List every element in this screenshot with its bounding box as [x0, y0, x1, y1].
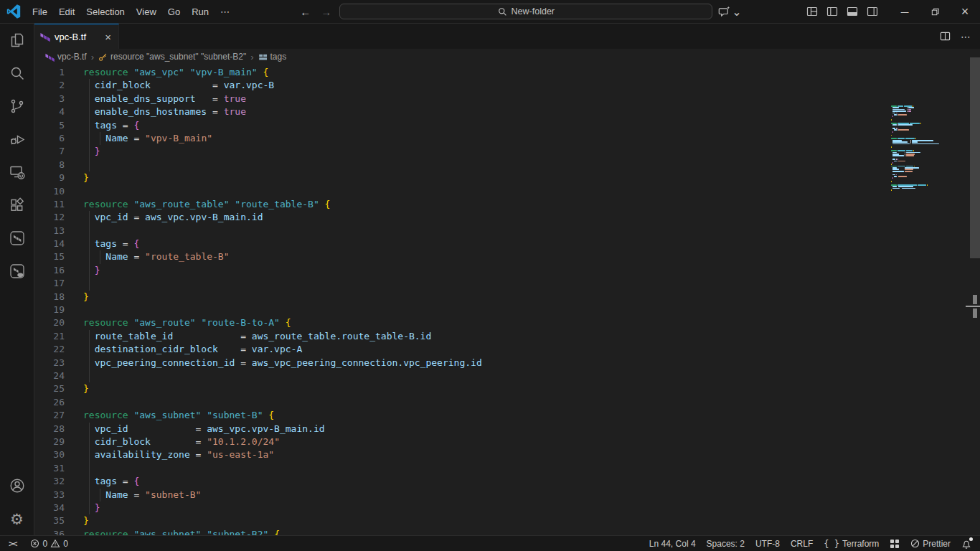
- code-line[interactable]: 17: [34, 277, 980, 290]
- notifications-bell-icon[interactable]: [961, 539, 971, 549]
- command-center-search[interactable]: New-folder: [339, 4, 712, 19]
- editor-actions-more-icon[interactable]: ⋯: [961, 31, 971, 42]
- code-line[interactable]: 32 tags = {: [34, 475, 980, 488]
- accounts-icon[interactable]: [0, 469, 34, 502]
- code-line[interactable]: 21 route_table_id = aws_route_table.rout…: [34, 330, 980, 343]
- menu-run[interactable]: Run: [186, 4, 215, 20]
- status-language[interactable]: { } Terraform: [824, 539, 879, 549]
- indent-guide: [89, 211, 90, 224]
- command-center-text: New-folder: [512, 6, 555, 17]
- code-line[interactable]: 33 Name = "subnet-B": [34, 489, 980, 501]
- run-debug-icon[interactable]: [0, 123, 34, 156]
- code-line[interactable]: 31: [34, 462, 980, 475]
- minimap[interactable]: [891, 105, 941, 192]
- code-line[interactable]: 27resource "aws_subnet" "subnet-B" {: [34, 409, 980, 422]
- code-line[interactable]: 2 cidr_block = var.vpc-B: [34, 79, 980, 92]
- code-line[interactable]: 15 Name = "route_table-B": [34, 250, 980, 263]
- menu-more-icon[interactable]: ⋯: [215, 4, 236, 20]
- toggle-sidebar-left-icon[interactable]: [826, 6, 838, 17]
- terraform-cloud-icon[interactable]: [0, 255, 34, 288]
- menu-file[interactable]: File: [27, 4, 53, 20]
- code-line[interactable]: 4 enable_dns_hostnames = true: [34, 105, 980, 118]
- restore-button[interactable]: [920, 0, 950, 23]
- minimize-button[interactable]: ─: [890, 0, 920, 23]
- search-icon: [498, 7, 507, 17]
- tab-close-icon[interactable]: ×: [103, 31, 113, 43]
- code-line[interactable]: 9}: [34, 171, 980, 184]
- split-editor-icon[interactable]: [940, 31, 951, 42]
- code-line[interactable]: 34 }: [34, 501, 980, 514]
- code-line[interactable]: 14 tags = {: [34, 237, 980, 250]
- extensions-icon[interactable]: [0, 189, 34, 222]
- search-sidebar-icon[interactable]: [0, 57, 34, 90]
- code-line[interactable]: 13: [34, 225, 980, 237]
- menu-go[interactable]: Go: [162, 4, 186, 20]
- indent-guide: [89, 237, 90, 250]
- code-line[interactable]: 36resource "aws_subnet" "subnet-B2" {: [34, 528, 980, 535]
- source-control-icon[interactable]: [0, 90, 34, 123]
- code-line[interactable]: 22 destination_cidr_block = var.vpc-A: [34, 343, 980, 356]
- indent-guide: [100, 250, 100, 263]
- line-number: 18: [34, 291, 65, 303]
- copilot-chat-button[interactable]: ⌄: [718, 5, 741, 19]
- menu-selection[interactable]: Selection: [80, 4, 130, 20]
- line-number: 10: [34, 185, 65, 198]
- code-line[interactable]: 6 Name = "vpv-B_main": [34, 132, 980, 145]
- explorer-icon[interactable]: [0, 24, 34, 57]
- code-line[interactable]: 10: [34, 185, 980, 198]
- menu-edit[interactable]: Edit: [53, 4, 80, 20]
- breadcrumb-inner[interactable]: tags: [258, 52, 287, 62]
- code-line[interactable]: 29 cidr_block = "10.1.2.0/24": [34, 435, 980, 448]
- status-formatter[interactable]: Prettier: [910, 539, 951, 549]
- code-line[interactable]: 24: [34, 369, 980, 382]
- code-line[interactable]: 19: [34, 303, 980, 316]
- indent-guide: [89, 330, 90, 343]
- code-line[interactable]: 5 tags = {: [34, 119, 980, 132]
- code-line[interactable]: 26: [34, 396, 980, 409]
- toggle-sidebar-right-icon[interactable]: [867, 6, 878, 17]
- line-number: 33: [34, 489, 65, 501]
- code-editor[interactable]: 1resource "aws_vpc" "vpv-B_main" {2 cidr…: [34, 65, 980, 535]
- line-number: 27: [34, 409, 65, 422]
- tab-vpc-b-tf[interactable]: vpc-B.tf ×: [34, 24, 119, 49]
- problems-status[interactable]: 0 0: [30, 539, 67, 549]
- go-back-icon[interactable]: ←: [298, 6, 313, 18]
- code-line[interactable]: 35}: [34, 514, 980, 527]
- remote-indicator[interactable]: ><: [9, 539, 16, 549]
- terraform-sidebar-icon[interactable]: [0, 222, 34, 255]
- code-line[interactable]: 20resource "aws_route" "route-B-to-A" {: [34, 316, 980, 329]
- code-line[interactable]: 7 }: [34, 145, 980, 158]
- status-eol[interactable]: CRLF: [791, 539, 813, 549]
- copilot-chat-icon: [718, 6, 730, 18]
- indent-guide: [89, 93, 90, 105]
- code-line[interactable]: 1resource "aws_vpc" "vpv-B_main" {: [34, 66, 980, 79]
- toggle-panel-icon[interactable]: [847, 6, 858, 17]
- status-indentation[interactable]: Spaces: 2: [707, 539, 745, 549]
- status-cursor-position[interactable]: Ln 44, Col 4: [649, 539, 696, 549]
- code-line[interactable]: 11resource "aws_route_table" "route_tabl…: [34, 198, 980, 211]
- line-number: 2: [34, 79, 65, 92]
- settings-gear-icon[interactable]: ⚙: [0, 502, 34, 535]
- close-button[interactable]: ×: [950, 0, 980, 23]
- menu-view[interactable]: View: [131, 4, 162, 20]
- code-line[interactable]: 16 }: [34, 264, 980, 277]
- extension-grid-icon[interactable]: [890, 539, 900, 549]
- code-line[interactable]: 8: [34, 159, 980, 171]
- code-line[interactable]: 25}: [34, 382, 980, 395]
- status-encoding[interactable]: UTF-8: [755, 539, 780, 549]
- indent-guide: [89, 119, 90, 132]
- breadcrumb-file[interactable]: vpc-B.tf: [45, 52, 87, 62]
- customize-layout-icon[interactable]: [806, 6, 818, 17]
- indent-guide: [89, 159, 90, 171]
- breadcrumb-symbol[interactable]: resource "aws_subnet" "subnet-B2": [98, 52, 246, 62]
- code-line[interactable]: 23 vpc_peering_connection_id = aws_vpc_p…: [34, 357, 980, 369]
- code-line[interactable]: 18}: [34, 291, 980, 303]
- editor-scrollbar[interactable]: [970, 49, 980, 535]
- code-line[interactable]: 30 availability_zone = "us-east-1a": [34, 448, 980, 461]
- scrollbar-slider[interactable]: [970, 57, 980, 258]
- code-line[interactable]: 3 enable_dns_support = true: [34, 93, 980, 105]
- code-line[interactable]: 28 vpc_id = aws_vpc.vpv-B_main.id: [34, 423, 980, 435]
- go-forward-icon[interactable]: →: [319, 6, 334, 18]
- remote-explorer-icon[interactable]: [0, 156, 34, 189]
- code-line[interactable]: 12 vpc_id = aws_vpc.vpv-B_main.id: [34, 211, 980, 224]
